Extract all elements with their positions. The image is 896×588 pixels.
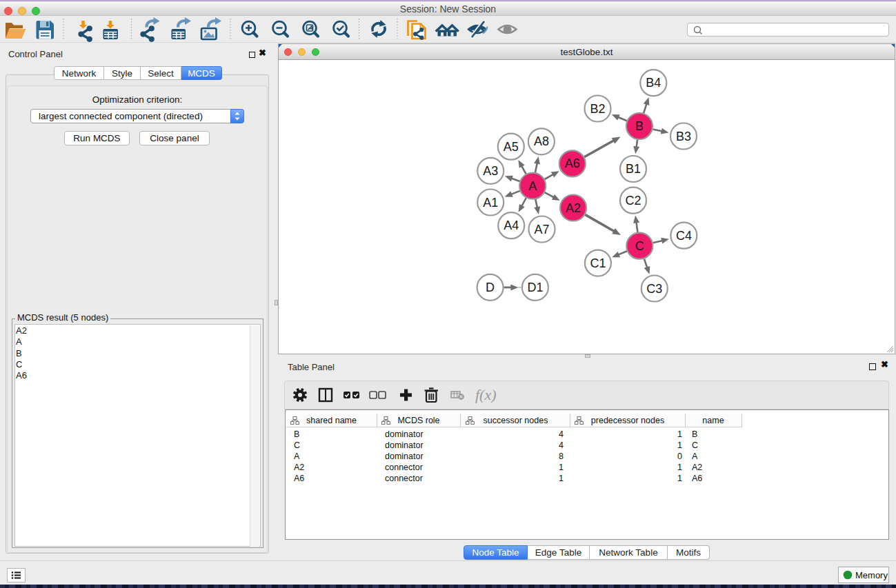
svg-text:A7: A7 bbox=[534, 223, 549, 236]
svg-text:A: A bbox=[528, 179, 537, 193]
svg-text:A2: A2 bbox=[566, 201, 581, 215]
svg-text:C3: C3 bbox=[646, 282, 662, 296]
svg-text:A4: A4 bbox=[504, 219, 519, 232]
svg-text:D1: D1 bbox=[527, 281, 543, 294]
svg-text:B2: B2 bbox=[590, 102, 605, 116]
svg-text:B1: B1 bbox=[626, 162, 641, 176]
svg-text:B4: B4 bbox=[646, 76, 661, 90]
svg-text:C: C bbox=[635, 239, 644, 253]
svg-text:B: B bbox=[635, 119, 644, 133]
svg-text:A8: A8 bbox=[534, 134, 549, 148]
svg-text:A6: A6 bbox=[565, 156, 580, 170]
svg-text:C1: C1 bbox=[590, 256, 606, 270]
svg-text:A5: A5 bbox=[504, 140, 519, 154]
svg-text:A3: A3 bbox=[483, 164, 498, 178]
svg-text:C2: C2 bbox=[625, 194, 641, 207]
svg-text:B3: B3 bbox=[676, 130, 691, 143]
svg-text:f(x): f(x) bbox=[475, 386, 497, 403]
svg-text:C4: C4 bbox=[676, 229, 692, 243]
svg-text:A1: A1 bbox=[483, 196, 498, 210]
svg-text:D: D bbox=[486, 281, 495, 294]
